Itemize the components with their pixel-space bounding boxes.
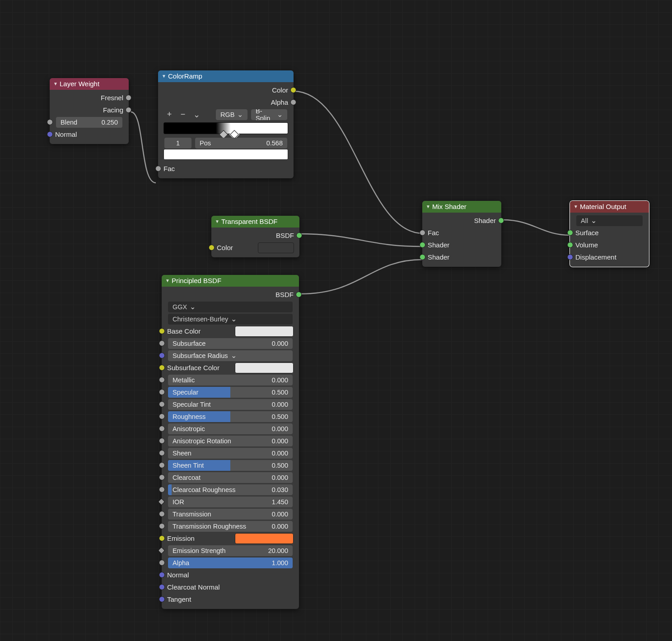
socket-roughness[interactable] — [159, 413, 165, 419]
specular-tint-field[interactable]: Specular Tint0.000 — [168, 399, 293, 410]
node-header[interactable]: Principled BSDF — [162, 275, 299, 287]
output-bsdf: BSDF — [276, 232, 294, 239]
color-mode-select[interactable]: RGB — [216, 109, 247, 120]
socket-transmission[interactable] — [159, 511, 165, 517]
transmission-field[interactable]: Transmission0.000 — [168, 509, 293, 520]
socket-normal[interactable] — [159, 572, 165, 578]
input-tangent: Tangent — [167, 595, 191, 603]
emission-swatch[interactable] — [235, 533, 294, 544]
socket-ior[interactable] — [158, 498, 165, 506]
ramp-menu-button[interactable]: ⌄ — [191, 109, 202, 121]
socket-color-out[interactable] — [290, 87, 296, 93]
socket-fac-in[interactable] — [155, 166, 161, 172]
alpha-field[interactable]: Alpha1.000 — [168, 557, 293, 568]
subsurface-radius-field[interactable]: Subsurface Radius — [168, 350, 293, 361]
output-shader: Shader — [474, 217, 496, 224]
socket-facing-out[interactable] — [126, 107, 131, 113]
socket-clearcoat-normal[interactable] — [159, 584, 165, 590]
socket-subsurface-radius[interactable] — [159, 353, 165, 358]
node-header[interactable]: ColorRamp — [158, 70, 294, 82]
node-colorramp[interactable]: ColorRamp Color Alpha + − ⌄ RGB B-Splin … — [158, 70, 294, 178]
socket-emission[interactable] — [159, 535, 165, 541]
ior-field[interactable]: IOR1.450 — [168, 497, 293, 507]
clearcoat-field[interactable]: Clearcoat0.000 — [168, 472, 293, 483]
stop-color-swatch[interactable] — [163, 149, 288, 160]
socket-alpha-out[interactable] — [290, 99, 296, 105]
roughness-field[interactable]: Roughness0.500 — [168, 411, 293, 422]
target-select[interactable]: All — [576, 215, 643, 226]
socket-aniso-rot[interactable] — [159, 438, 165, 444]
socket-specular[interactable] — [159, 389, 165, 395]
trans-rough-field[interactable]: Transmission Roughness0.000 — [168, 521, 293, 532]
socket-bsdf-out[interactable] — [296, 292, 302, 297]
socket-color-in[interactable] — [209, 245, 215, 251]
socket-shader1-in[interactable] — [420, 242, 425, 248]
input-normal: Normal — [55, 130, 77, 138]
node-header[interactable]: Layer Weight — [50, 78, 129, 90]
interp-select[interactable]: B-Splin — [251, 109, 287, 120]
distribution-select[interactable]: GGX — [168, 302, 293, 312]
socket-shader2-in[interactable] — [420, 254, 425, 260]
socket-fac-in[interactable] — [420, 230, 425, 236]
socket-trans-rough[interactable] — [159, 523, 165, 529]
anisotropic-field[interactable]: Anisotropic0.000 — [168, 423, 293, 434]
node-layer-weight[interactable]: Layer Weight Fresnel Facing Blend 0.250 … — [50, 78, 129, 144]
output-facing: Facing — [103, 106, 123, 114]
socket-alpha[interactable] — [159, 560, 165, 566]
socket-sheen[interactable] — [159, 450, 165, 456]
color-ramp-strip[interactable] — [163, 122, 288, 134]
node-header[interactable]: Mix Shader — [422, 201, 501, 213]
node-mix-shader[interactable]: Mix Shader Shader Fac Shader Shader — [422, 201, 501, 267]
socket-clearcoat[interactable] — [159, 474, 165, 480]
socket-fresnel-out[interactable] — [126, 95, 131, 101]
emission-str-field[interactable]: Emission Strength20.000 — [168, 545, 293, 556]
socket-tangent[interactable] — [159, 596, 165, 602]
blend-field[interactable]: Blend 0.250 — [56, 117, 122, 128]
output-color: Color — [272, 86, 288, 94]
socket-base-color[interactable] — [159, 328, 165, 334]
input-displacement: Displacement — [575, 253, 616, 261]
clearcoat-rough-field[interactable]: Clearcoat Roughness0.030 — [168, 484, 293, 495]
aniso-rot-field[interactable]: Anisotropic Rotation0.000 — [168, 436, 293, 446]
socket-surface-in[interactable] — [567, 230, 573, 236]
node-header[interactable]: Material Output — [570, 201, 649, 213]
specular-field[interactable]: Specular0.500 — [168, 387, 293, 398]
sss-color-swatch[interactable] — [235, 362, 294, 373]
sheen-tint-field[interactable]: Sheen Tint0.500 — [168, 460, 293, 471]
base-color-swatch[interactable] — [235, 326, 294, 337]
node-material-output[interactable]: Material Output All Surface Volume Displ… — [570, 201, 649, 267]
socket-volume-in[interactable] — [567, 242, 573, 248]
socket-emission-str[interactable] — [158, 547, 165, 554]
socket-clearcoat-rough[interactable] — [159, 487, 165, 492]
node-transparent-bsdf[interactable]: Transparent BSDF BSDF Color — [211, 216, 299, 257]
socket-specular-tint[interactable] — [159, 401, 165, 407]
stop-index-field[interactable]: 1 — [164, 138, 191, 149]
add-stop-button[interactable]: + — [163, 109, 175, 121]
node-title: Principled BSDF — [172, 277, 221, 284]
sss-method-select[interactable]: Christensen-Burley — [168, 314, 293, 325]
subsurface-field[interactable]: Subsurface0.000 — [168, 338, 293, 349]
socket-shader-out[interactable] — [498, 218, 504, 223]
socket-sheen-tint[interactable] — [159, 462, 165, 468]
socket-displacement-in[interactable] — [567, 254, 573, 260]
node-principled-bsdf[interactable]: Principled BSDF BSDF GGX Christensen-Bur… — [162, 275, 299, 609]
remove-stop-button[interactable]: − — [177, 109, 189, 121]
node-title: ColorRamp — [168, 72, 202, 80]
sheen-field[interactable]: Sheen0.000 — [168, 448, 293, 459]
metallic-field[interactable]: Metallic0.000 — [168, 375, 293, 386]
socket-bsdf-out[interactable] — [296, 232, 302, 238]
node-header[interactable]: Transparent BSDF — [211, 216, 299, 228]
color-swatch[interactable] — [258, 242, 294, 253]
output-bsdf: BSDF — [275, 291, 294, 298]
socket-subsurface[interactable] — [159, 340, 165, 346]
socket-subsurface-color[interactable] — [159, 365, 165, 371]
input-shader2: Shader — [428, 253, 449, 261]
socket-blend-in[interactable] — [47, 119, 53, 125]
socket-normal-in[interactable] — [47, 131, 53, 137]
node-title: Mix Shader — [432, 203, 467, 210]
stop-pos-field[interactable]: Pos 0.568 — [195, 138, 287, 149]
input-volume: Volume — [575, 241, 598, 249]
socket-anisotropic[interactable] — [159, 426, 165, 432]
input-clearcoat-normal: Clearcoat Normal — [167, 583, 220, 591]
socket-metallic[interactable] — [159, 377, 165, 383]
